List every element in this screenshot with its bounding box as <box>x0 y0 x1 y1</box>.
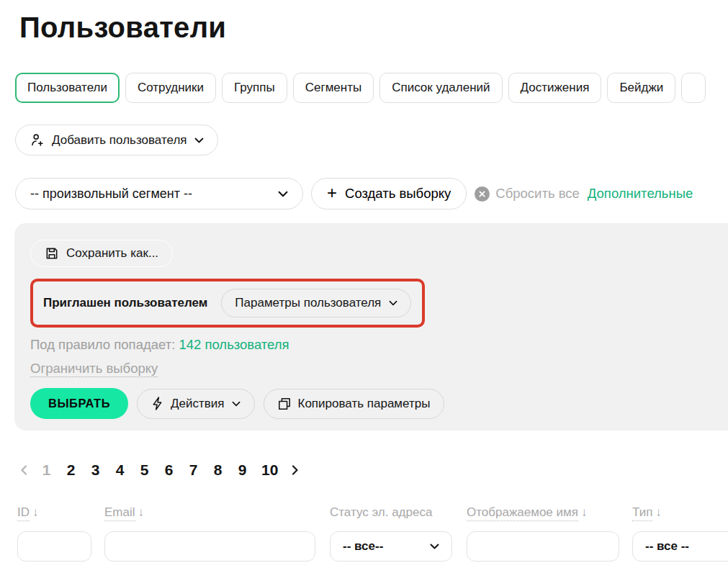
user-plus-icon <box>30 132 45 148</box>
actions-button[interactable]: Действия <box>137 389 254 419</box>
tab-groups[interactable]: Группы <box>222 73 287 103</box>
rule-highlight-box: Приглашен пользователем Параметры пользо… <box>30 279 425 328</box>
tab-partial[interactable] <box>681 73 706 103</box>
table-filter-row: ID↓ Email↓ Статус эл. адреса -- все-- О <box>17 505 728 562</box>
reset-all-button[interactable]: Сбросить все <box>475 186 580 202</box>
actions-label: Действия <box>171 397 224 411</box>
page-title: Пользователи <box>19 12 728 44</box>
plus-icon: + <box>327 184 337 202</box>
column-sort-type[interactable]: Тип <box>632 505 652 521</box>
limit-selection-link[interactable]: Ограничить выборку <box>30 361 158 377</box>
page-number[interactable]: 8 <box>212 461 223 479</box>
page-number[interactable]: 5 <box>139 461 150 479</box>
tab-badges[interactable]: Бейджи <box>607 73 675 103</box>
tab-achievements[interactable]: Достижения <box>508 73 602 103</box>
tab-users[interactable]: Пользователи <box>15 73 120 103</box>
segment-select-value: -- произвольный сегмент -- <box>30 186 192 202</box>
sort-arrow-icon: ↓ <box>581 505 588 519</box>
email-status-filter-select[interactable]: -- все-- <box>330 531 452 562</box>
column-header-id: ID↓ <box>17 505 91 520</box>
match-count: 142 пользователя <box>179 337 289 352</box>
column-sort-display-name[interactable]: Отображаемое имя <box>467 505 578 521</box>
page-number: 1 <box>41 461 52 479</box>
column-label-email-status: Статус эл. адреса <box>330 505 432 519</box>
page-number[interactable]: 9 <box>237 461 248 479</box>
save-as-button[interactable]: Сохранить как... <box>30 240 173 267</box>
column-sort-id[interactable]: ID <box>17 505 30 521</box>
email-filter-input[interactable] <box>104 531 315 562</box>
user-params-label: Параметры пользователя <box>235 296 381 310</box>
chevron-down-icon <box>430 544 439 549</box>
chevron-down-icon <box>232 401 241 407</box>
page-number[interactable]: 4 <box>114 461 125 479</box>
tab-bar: Пользователи Сотрудники Группы Сегменты … <box>15 73 728 103</box>
page-number[interactable]: 2 <box>66 461 76 479</box>
sort-arrow-icon: ↓ <box>138 505 145 519</box>
column-header-email-status: Статус эл. адреса <box>330 505 452 520</box>
segment-select[interactable]: -- произвольный сегмент -- <box>15 178 303 209</box>
column-header-display-name: Отображаемое имя↓ <box>467 505 619 520</box>
column-header-email: Email↓ <box>104 505 315 520</box>
copy-params-button[interactable]: Копировать параметры <box>264 389 445 419</box>
rule-label: Приглашен пользователем <box>43 296 207 310</box>
match-label: Под правило попадает: <box>30 337 175 352</box>
column-header-type: Тип↓ <box>632 505 728 520</box>
email-status-filter-value: -- все-- <box>343 539 383 554</box>
lightning-icon <box>151 397 163 410</box>
reset-all-label: Сбросить все <box>495 186 580 202</box>
clear-circle-icon <box>475 186 490 202</box>
page-number[interactable]: 7 <box>188 461 199 479</box>
pagination: 1 2 3 4 5 6 7 8 9 10 <box>20 461 728 479</box>
save-as-label: Сохранить как... <box>66 246 158 261</box>
chevron-down-icon <box>278 191 288 197</box>
select-button[interactable]: ВЫБРАТЬ <box>30 388 128 419</box>
column-sort-email[interactable]: Email <box>104 505 135 521</box>
tab-employees[interactable]: Сотрудники <box>125 73 216 103</box>
add-user-label: Добавить пользователя <box>52 133 187 148</box>
user-params-button[interactable]: Параметры пользователя <box>221 289 411 317</box>
copy-params-label: Копировать параметры <box>298 397 431 411</box>
next-page-icon[interactable] <box>292 465 299 475</box>
page-number[interactable]: 10 <box>261 461 278 479</box>
chevron-down-icon <box>194 138 204 143</box>
sort-arrow-icon: ↓ <box>32 505 39 519</box>
display-name-filter-input[interactable] <box>467 531 619 562</box>
create-selection-button[interactable]: + Создать выборку <box>311 178 467 209</box>
tab-deletion-list[interactable]: Список удалений <box>379 73 502 103</box>
filter-panel: Сохранить как... Приглашен пользователем… <box>14 223 728 430</box>
save-icon <box>45 246 59 261</box>
rule-match-line: Под правило попадает: 142 пользователя <box>30 337 728 353</box>
additional-link[interactable]: Дополнительные <box>588 186 693 202</box>
id-filter-input[interactable] <box>17 531 91 562</box>
page-number[interactable]: 3 <box>90 461 101 479</box>
tab-segments[interactable]: Сегменты <box>293 73 374 103</box>
chevron-down-icon <box>389 300 397 306</box>
type-filter-value: -- все -- <box>645 539 689 554</box>
page-number[interactable]: 6 <box>163 461 174 479</box>
type-filter-select[interactable]: -- все -- <box>632 531 728 562</box>
add-user-button[interactable]: Добавить пользователя <box>15 125 218 155</box>
prev-page-icon[interactable] <box>20 465 27 475</box>
sort-arrow-icon: ↓ <box>655 505 662 519</box>
create-selection-label: Создать выборку <box>345 186 451 202</box>
copy-icon <box>278 397 291 410</box>
